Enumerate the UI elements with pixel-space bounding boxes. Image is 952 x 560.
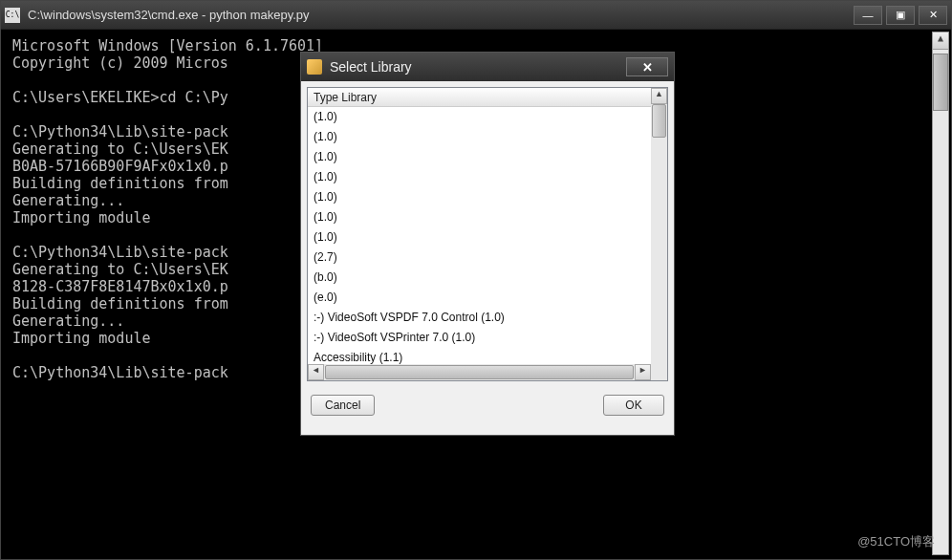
dialog-title: Select Library (330, 59, 626, 75)
list-item[interactable]: (1.0) (308, 147, 667, 167)
list-item[interactable]: (e.0) (308, 288, 667, 308)
scroll-right-icon[interactable]: ► (635, 364, 651, 380)
dialog-buttons: Cancel OK (307, 395, 668, 416)
dialog-icon (307, 59, 322, 75)
list-item[interactable]: (1.0) (308, 167, 667, 187)
listbox-horizontal-scrollbar[interactable]: ◄ ► (308, 364, 651, 380)
listbox-items: (1.0) (1.0) (1.0) (1.0) (1.0) (1.0) (1.0… (308, 107, 667, 381)
list-item[interactable]: :-) VideoSoft VSPrinter 7.0 (1.0) (308, 328, 667, 348)
dialog-body: Type Library (1.0) (1.0) (1.0) (1.0) (1.… (301, 81, 674, 421)
list-item[interactable]: (1.0) (308, 227, 667, 248)
minimize-button[interactable]: — (854, 6, 882, 25)
dialog-titlebar[interactable]: Select Library ✕ (301, 53, 674, 81)
scroll-up-icon[interactable]: ▲ (651, 88, 667, 104)
list-item[interactable]: (1.0) (308, 127, 667, 147)
select-library-dialog: Select Library ✕ Type Library (1.0) (1.0… (300, 52, 675, 436)
cancel-button[interactable]: Cancel (311, 395, 375, 416)
ok-button[interactable]: OK (603, 395, 664, 416)
scroll-left-icon[interactable]: ◄ (308, 364, 324, 380)
list-item[interactable]: (1.0) (308, 207, 667, 227)
close-button[interactable]: ✕ (919, 6, 947, 25)
listbox-header[interactable]: Type Library (308, 88, 667, 107)
scroll-thumb[interactable] (325, 365, 634, 379)
cmd-icon: C:\ (5, 8, 20, 23)
list-item[interactable]: (b.0) (308, 268, 667, 288)
scroll-up-button[interactable]: ▲ (933, 32, 948, 50)
window-controls: — ▣ ✕ (854, 6, 947, 25)
maximize-button[interactable]: ▣ (886, 6, 915, 25)
cmd-scrollbar[interactable]: ▲ (932, 32, 949, 555)
scroll-thumb[interactable] (652, 104, 666, 138)
list-item[interactable]: (1.0) (308, 187, 667, 207)
list-item[interactable]: (1.0) (308, 107, 667, 127)
listbox-vertical-scrollbar[interactable]: ▲ (651, 88, 667, 364)
scroll-corner (651, 364, 667, 380)
watermark: @51CTO博客 (857, 533, 935, 550)
scroll-thumb[interactable] (933, 54, 948, 111)
list-item[interactable]: :-) VideoSoft VSPDF 7.0 Control (1.0) (308, 308, 667, 328)
dialog-close-button[interactable]: ✕ (626, 57, 668, 76)
list-item[interactable]: (2.7) (308, 248, 667, 268)
cmd-title: C:\windows\system32\cmd.exe - python mak… (28, 8, 854, 22)
type-library-listbox[interactable]: Type Library (1.0) (1.0) (1.0) (1.0) (1.… (307, 87, 668, 381)
cmd-titlebar[interactable]: C:\ C:\windows\system32\cmd.exe - python… (1, 1, 951, 30)
